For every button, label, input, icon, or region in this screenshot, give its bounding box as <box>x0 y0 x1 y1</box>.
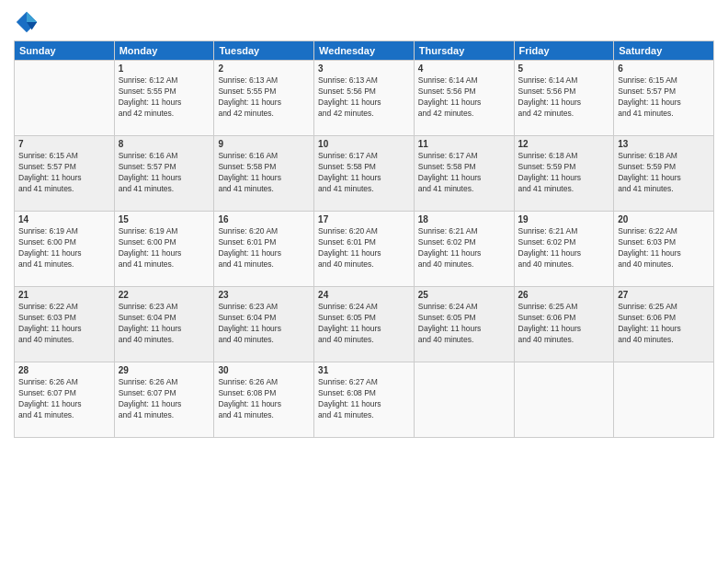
day-number: 28 <box>18 365 110 375</box>
day-number: 20 <box>618 214 710 224</box>
calendar-table: SundayMondayTuesdayWednesdayThursdayFrid… <box>14 40 714 438</box>
col-header-thursday: Thursday <box>414 41 514 61</box>
day-number: 7 <box>18 139 110 149</box>
day-cell <box>514 362 614 438</box>
week-row-1: 7Sunrise: 6:15 AM Sunset: 5:57 PM Daylig… <box>15 136 714 212</box>
week-row-2: 14Sunrise: 6:19 AM Sunset: 6:00 PM Dayli… <box>15 212 714 287</box>
day-number: 3 <box>318 63 410 74</box>
day-cell: 10Sunrise: 6:17 AM Sunset: 5:58 PM Dayli… <box>314 136 415 212</box>
day-info: Sunrise: 6:26 AM Sunset: 6:07 PM Dayligh… <box>18 377 110 421</box>
day-cell: 20Sunrise: 6:22 AM Sunset: 6:03 PM Dayli… <box>614 212 714 287</box>
day-cell: 3Sunrise: 6:13 AM Sunset: 5:56 PM Daylig… <box>314 61 415 136</box>
day-cell: 30Sunrise: 6:26 AM Sunset: 6:08 PM Dayli… <box>214 362 314 438</box>
day-cell: 16Sunrise: 6:20 AM Sunset: 6:01 PM Dayli… <box>214 212 314 287</box>
day-info: Sunrise: 6:19 AM Sunset: 6:00 PM Dayligh… <box>18 226 110 270</box>
day-number: 5 <box>518 63 610 74</box>
day-number: 27 <box>618 290 710 300</box>
day-info: Sunrise: 6:21 AM Sunset: 6:02 PM Dayligh… <box>518 226 610 270</box>
day-info: Sunrise: 6:20 AM Sunset: 6:01 PM Dayligh… <box>218 226 310 270</box>
day-cell: 17Sunrise: 6:20 AM Sunset: 6:01 PM Dayli… <box>314 212 415 287</box>
day-number: 30 <box>218 365 310 375</box>
day-info: Sunrise: 6:17 AM Sunset: 5:58 PM Dayligh… <box>318 151 410 195</box>
day-info: Sunrise: 6:20 AM Sunset: 6:01 PM Dayligh… <box>318 226 410 270</box>
day-number: 29 <box>119 365 210 375</box>
day-number: 9 <box>218 139 310 149</box>
day-cell: 22Sunrise: 6:23 AM Sunset: 6:04 PM Dayli… <box>114 287 214 362</box>
day-info: Sunrise: 6:17 AM Sunset: 5:58 PM Dayligh… <box>418 151 510 195</box>
day-cell: 19Sunrise: 6:21 AM Sunset: 6:02 PM Dayli… <box>514 212 614 287</box>
day-cell: 21Sunrise: 6:22 AM Sunset: 6:03 PM Dayli… <box>15 287 115 362</box>
header-row: SundayMondayTuesdayWednesdayThursdayFrid… <box>15 41 714 61</box>
logo-icon <box>14 9 40 35</box>
day-cell <box>614 362 714 438</box>
day-info: Sunrise: 6:13 AM Sunset: 5:56 PM Dayligh… <box>318 75 410 120</box>
col-header-wednesday: Wednesday <box>314 41 415 61</box>
day-info: Sunrise: 6:15 AM Sunset: 5:57 PM Dayligh… <box>618 75 710 120</box>
col-header-tuesday: Tuesday <box>214 41 314 61</box>
day-cell: 23Sunrise: 6:23 AM Sunset: 6:04 PM Dayli… <box>214 287 314 362</box>
day-number: 10 <box>318 139 410 149</box>
col-header-saturday: Saturday <box>614 41 714 61</box>
day-cell: 8Sunrise: 6:16 AM Sunset: 5:57 PM Daylig… <box>114 136 214 212</box>
week-row-3: 21Sunrise: 6:22 AM Sunset: 6:03 PM Dayli… <box>15 287 714 362</box>
day-number: 25 <box>418 290 510 300</box>
day-info: Sunrise: 6:14 AM Sunset: 5:56 PM Dayligh… <box>518 75 610 120</box>
logo <box>14 9 43 35</box>
day-info: Sunrise: 6:19 AM Sunset: 6:00 PM Dayligh… <box>119 226 210 270</box>
day-number: 15 <box>119 214 210 224</box>
day-cell: 25Sunrise: 6:24 AM Sunset: 6:05 PM Dayli… <box>414 287 514 362</box>
col-header-monday: Monday <box>114 41 214 61</box>
day-info: Sunrise: 6:23 AM Sunset: 6:04 PM Dayligh… <box>119 302 210 346</box>
day-info: Sunrise: 6:13 AM Sunset: 5:55 PM Dayligh… <box>218 75 310 120</box>
day-number: 22 <box>119 290 210 300</box>
day-cell <box>15 61 115 136</box>
day-number: 19 <box>518 214 610 224</box>
day-info: Sunrise: 6:15 AM Sunset: 5:57 PM Dayligh… <box>18 151 110 195</box>
day-cell: 13Sunrise: 6:18 AM Sunset: 5:59 PM Dayli… <box>614 136 714 212</box>
day-info: Sunrise: 6:16 AM Sunset: 5:58 PM Dayligh… <box>218 151 310 195</box>
day-number: 24 <box>318 290 410 300</box>
day-number: 2 <box>218 63 310 74</box>
day-number: 11 <box>418 139 510 149</box>
day-info: Sunrise: 6:24 AM Sunset: 6:05 PM Dayligh… <box>318 302 410 346</box>
day-info: Sunrise: 6:16 AM Sunset: 5:57 PM Dayligh… <box>119 151 210 195</box>
day-cell: 28Sunrise: 6:26 AM Sunset: 6:07 PM Dayli… <box>15 362 115 438</box>
day-number: 12 <box>518 139 610 149</box>
day-cell: 29Sunrise: 6:26 AM Sunset: 6:07 PM Dayli… <box>114 362 214 438</box>
day-number: 1 <box>119 63 210 74</box>
day-number: 26 <box>518 290 610 300</box>
day-info: Sunrise: 6:25 AM Sunset: 6:06 PM Dayligh… <box>518 302 610 346</box>
day-number: 6 <box>618 63 710 74</box>
day-number: 16 <box>218 214 310 224</box>
day-info: Sunrise: 6:12 AM Sunset: 5:55 PM Dayligh… <box>119 75 210 120</box>
day-info: Sunrise: 6:27 AM Sunset: 6:08 PM Dayligh… <box>318 377 410 421</box>
day-cell: 11Sunrise: 6:17 AM Sunset: 5:58 PM Dayli… <box>414 136 514 212</box>
day-info: Sunrise: 6:23 AM Sunset: 6:04 PM Dayligh… <box>218 302 310 346</box>
day-info: Sunrise: 6:26 AM Sunset: 6:07 PM Dayligh… <box>119 377 210 421</box>
day-number: 18 <box>418 214 510 224</box>
week-row-4: 28Sunrise: 6:26 AM Sunset: 6:07 PM Dayli… <box>15 362 714 438</box>
day-info: Sunrise: 6:26 AM Sunset: 6:08 PM Dayligh… <box>218 377 310 421</box>
day-info: Sunrise: 6:18 AM Sunset: 5:59 PM Dayligh… <box>518 151 610 195</box>
page: SundayMondayTuesdayWednesdayThursdayFrid… <box>0 0 728 563</box>
day-cell: 12Sunrise: 6:18 AM Sunset: 5:59 PM Dayli… <box>514 136 614 212</box>
day-info: Sunrise: 6:14 AM Sunset: 5:56 PM Dayligh… <box>418 75 510 120</box>
day-cell: 7Sunrise: 6:15 AM Sunset: 5:57 PM Daylig… <box>15 136 115 212</box>
day-number: 8 <box>119 139 210 149</box>
day-cell: 6Sunrise: 6:15 AM Sunset: 5:57 PM Daylig… <box>614 61 714 136</box>
day-cell: 4Sunrise: 6:14 AM Sunset: 5:56 PM Daylig… <box>414 61 514 136</box>
col-header-sunday: Sunday <box>15 41 115 61</box>
day-number: 14 <box>18 214 110 224</box>
day-cell: 18Sunrise: 6:21 AM Sunset: 6:02 PM Dayli… <box>414 212 514 287</box>
day-info: Sunrise: 6:21 AM Sunset: 6:02 PM Dayligh… <box>418 226 510 270</box>
day-info: Sunrise: 6:22 AM Sunset: 6:03 PM Dayligh… <box>618 226 710 270</box>
day-number: 31 <box>318 365 410 375</box>
day-cell: 2Sunrise: 6:13 AM Sunset: 5:55 PM Daylig… <box>214 61 314 136</box>
col-header-friday: Friday <box>514 41 614 61</box>
day-info: Sunrise: 6:24 AM Sunset: 6:05 PM Dayligh… <box>418 302 510 346</box>
day-number: 17 <box>318 214 410 224</box>
day-info: Sunrise: 6:22 AM Sunset: 6:03 PM Dayligh… <box>18 302 110 346</box>
day-cell: 24Sunrise: 6:24 AM Sunset: 6:05 PM Dayli… <box>314 287 415 362</box>
week-row-0: 1Sunrise: 6:12 AM Sunset: 5:55 PM Daylig… <box>15 61 714 136</box>
day-number: 23 <box>218 290 310 300</box>
